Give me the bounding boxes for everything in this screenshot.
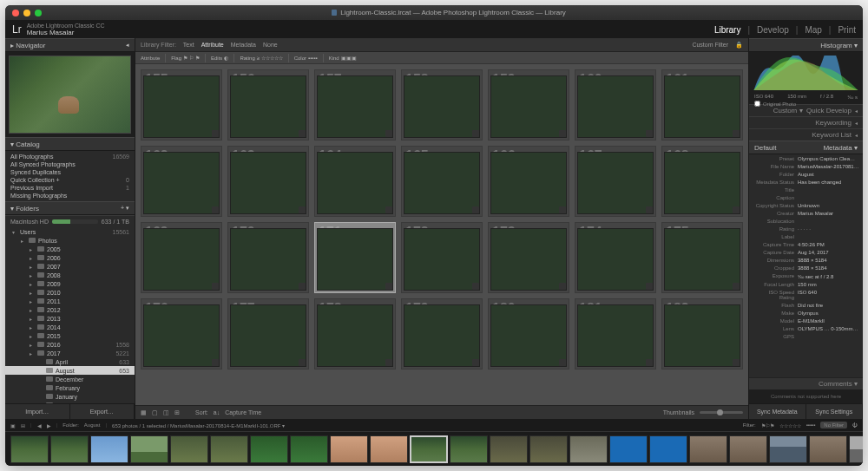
metadata-header[interactable]: Default Metadata ▾	[749, 141, 863, 154]
module-library[interactable]: Library	[714, 25, 741, 35]
filmstrip-thumb[interactable]	[849, 435, 863, 463]
sort-direction-icon[interactable]: a↓	[214, 409, 220, 415]
catalog-item[interactable]: Synced Duplicates	[5, 168, 135, 176]
grid-cell[interactable]: 161	[661, 69, 743, 141]
grid-cell[interactable]: 168	[661, 146, 743, 217]
comments-header[interactable]: Comments ▾	[749, 377, 863, 389]
filter-lock-icon[interactable]: 🔒	[735, 42, 743, 49]
folder-row[interactable]: ▸2011	[5, 297, 135, 305]
folder-row[interactable]: August653	[5, 366, 135, 375]
filmstrip-thumb[interactable]	[609, 435, 648, 463]
folder-row[interactable]: ▸2008	[5, 271, 135, 279]
metadata-preset-value[interactable]: Olympus Caption Clea…	[798, 156, 859, 161]
grid-icon[interactable]: ⊞	[21, 422, 25, 428]
original-photo-checkbox[interactable]	[754, 101, 760, 107]
folder-row[interactable]: ▸2010	[5, 288, 135, 297]
filmstrip-thumb[interactable]	[529, 435, 568, 463]
rating-stars[interactable]: ≥ ☆☆☆☆☆	[257, 55, 283, 61]
filmstrip-thumb[interactable]	[410, 435, 448, 463]
grid-cell[interactable]: 159	[488, 69, 569, 141]
filmstrip-color[interactable]: ▪▪▪▪▪	[806, 422, 816, 428]
second-window-icon[interactable]: ▣	[10, 422, 16, 428]
grid-cell[interactable]: 165	[401, 146, 483, 217]
grid-cell[interactable]: 170	[227, 222, 309, 293]
catalog-item[interactable]: Quick Collection +0	[5, 176, 135, 184]
module-develop[interactable]: Develop	[757, 25, 789, 35]
filter-metadata[interactable]: Metadata	[231, 42, 256, 48]
grid-cell[interactable]: 172	[401, 222, 483, 293]
catalog-header[interactable]: ▾ Catalog	[5, 137, 135, 151]
grid-cell[interactable]: 177	[227, 298, 309, 370]
filter-preset[interactable]: Custom Filter	[692, 42, 728, 48]
module-print[interactable]: Print	[838, 25, 856, 35]
sort-field[interactable]: Capture Time	[225, 409, 261, 415]
grid-cell[interactable]: 163	[227, 146, 309, 217]
folder-row[interactable]: ▸20161558	[5, 340, 135, 349]
filmstrip-thumb[interactable]	[689, 435, 727, 463]
module-map[interactable]: Map	[805, 25, 821, 35]
filmstrip-thumb[interactable]	[290, 435, 328, 463]
grid-cell[interactable]: 180	[488, 298, 569, 370]
folder-row[interactable]: ▸2015	[5, 331, 135, 340]
filter-attribute[interactable]: Attribute	[201, 42, 224, 48]
catalog-item[interactable]: All Photographs16569	[5, 153, 135, 160]
filmstrip-thumb[interactable]	[330, 435, 368, 463]
grid-cell[interactable]: 157	[314, 69, 396, 141]
grid-cell[interactable]: 176	[141, 298, 222, 370]
catalog-item[interactable]: Previous Import1	[5, 184, 135, 192]
sync-settings-button[interactable]: Sync Settings	[806, 404, 864, 419]
filmstrip-thumb[interactable]	[569, 435, 608, 463]
filmstrip-thumb[interactable]	[50, 435, 89, 463]
grid-cell[interactable]: 169	[141, 222, 222, 293]
minimize-icon[interactable]	[23, 10, 30, 16]
filmstrip-thumb[interactable]	[370, 435, 408, 463]
metadata-set[interactable]: Default	[754, 144, 776, 152]
nav-forward-icon[interactable]: ▶	[47, 422, 51, 428]
folder-row[interactable]: December	[5, 375, 135, 383]
grid-cell[interactable]: 167	[575, 146, 656, 217]
folder-row[interactable]: ▸2009	[5, 279, 135, 288]
histogram-header[interactable]: Histogram ▾	[749, 38, 863, 52]
flag-picked-icon[interactable]: ⚑	[183, 55, 187, 61]
filmstrip-thumb[interactable]	[809, 435, 847, 463]
folder-row[interactable]: ▸2014	[5, 323, 135, 331]
filmstrip-thumb[interactable]	[250, 435, 288, 463]
grid-cell[interactable]: 171	[314, 222, 396, 293]
grid-cell[interactable]: 182	[661, 298, 743, 370]
sync-metadata-button[interactable]: Sync Metadata	[749, 404, 806, 419]
filmstrip-thumb[interactable]	[450, 435, 488, 463]
catalog-item[interactable]: All Synced Photographs	[5, 160, 135, 168]
grid-cell[interactable]: 181	[575, 298, 656, 370]
filmstrip-thumb[interactable]	[170, 435, 208, 463]
grid-cell[interactable]: 158	[401, 69, 483, 141]
grid-cell[interactable]: 166	[488, 146, 569, 217]
grid-cell[interactable]: 179	[401, 298, 483, 370]
filmstrip-rating[interactable]: ☆☆☆☆☆	[779, 422, 801, 428]
flag-rejected-icon[interactable]: ⚑	[195, 55, 200, 61]
zoom-icon[interactable]	[35, 10, 42, 16]
grid-cell[interactable]: 160	[575, 69, 656, 141]
grid-cell[interactable]: 174	[575, 222, 656, 293]
grid-cell[interactable]: 155	[141, 69, 222, 141]
view-compare-icon[interactable]: ◫	[163, 409, 169, 416]
view-loupe-icon[interactable]: ▢	[152, 409, 158, 416]
thumbnail-size-slider[interactable]	[700, 411, 743, 414]
filmstrip-thumb[interactable]	[130, 435, 168, 463]
folder-row[interactable]: ▸2006	[5, 253, 135, 262]
nav-back-icon[interactable]: ◀	[37, 422, 42, 428]
view-survey-icon[interactable]: ⊞	[174, 409, 180, 416]
folder-row[interactable]: January	[5, 392, 135, 401]
folder-row[interactable]: ▸2007	[5, 262, 135, 271]
folder-row[interactable]: ▸Photos	[5, 236, 135, 245]
color-swatches[interactable]: ▪▪▪▪▪	[308, 56, 318, 61]
edits-icon[interactable]: ◐	[224, 55, 228, 61]
filmstrip-thumb[interactable]	[729, 435, 767, 463]
filmstrip[interactable]	[5, 431, 863, 466]
filter-switch-icon[interactable]: ⏻	[852, 422, 858, 428]
keyword-list-header[interactable]: Keyword List◂	[749, 128, 863, 141]
filmstrip-thumb[interactable]	[649, 435, 687, 463]
grid-cell[interactable]: 173	[488, 222, 569, 293]
navigator-header[interactable]: ▸ Navigator◂	[5, 38, 135, 52]
folder-row[interactable]: April633	[5, 357, 135, 366]
no-filter-button[interactable]: No Filter	[820, 422, 847, 428]
